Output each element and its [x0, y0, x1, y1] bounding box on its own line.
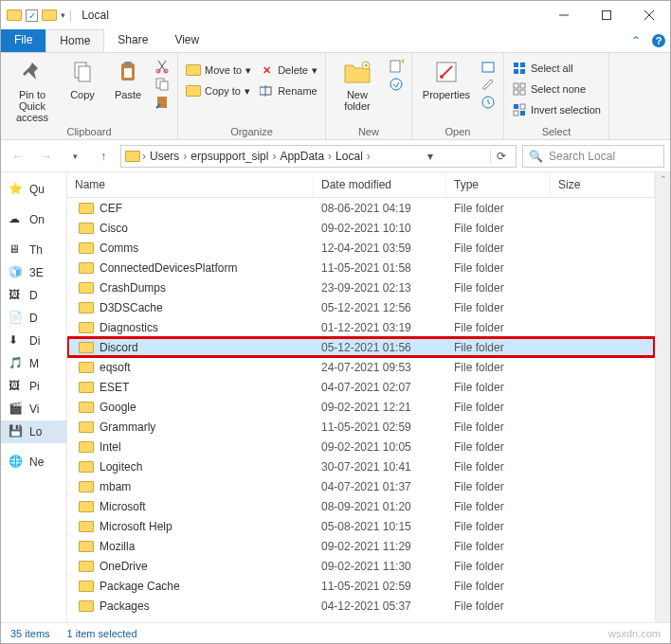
up-button[interactable]: ↑ [92, 145, 115, 168]
sidebar-item[interactable]: 🌐Ne [1, 451, 66, 474]
address-bar[interactable]: › Users› erpsupport_sipl› AppData› Local… [120, 145, 517, 168]
svg-point-12 [164, 69, 168, 73]
table-row[interactable]: Discord05-12-2021 01:56File folder [67, 337, 655, 357]
history-icon[interactable] [481, 95, 496, 110]
copy-button[interactable]: Copy [63, 57, 101, 100]
file-date: 11-05-2021 01:58 [314, 261, 446, 275]
ribbon-tabs: File Home Share View ⌃ ? [1, 29, 670, 53]
table-row[interactable]: mbam04-07-2021 01:37File folder [67, 476, 655, 496]
easy-access-icon[interactable] [389, 77, 404, 92]
select-all-button[interactable]: Select all [512, 61, 601, 76]
cut-icon[interactable] [154, 59, 170, 74]
collapse-ribbon-icon[interactable]: ⌃ [625, 29, 647, 52]
col-date[interactable]: Date modified [314, 172, 446, 197]
breadcrumb-item[interactable]: Local [334, 150, 365, 163]
qat-dropdown-icon[interactable]: ▾ [61, 10, 65, 20]
sidebar-item-label: 3E [29, 266, 44, 279]
sidebar-item[interactable]: ⭐Qu [1, 178, 66, 201]
col-name[interactable]: Name [67, 172, 314, 197]
minimize-button[interactable] [542, 1, 585, 29]
table-row[interactable]: CrashDumps23-09-2021 02:13File folder [67, 277, 655, 297]
refresh-button[interactable]: ⟳ [490, 150, 512, 163]
group-select-label: Select [542, 126, 571, 137]
tab-share[interactable]: Share [104, 29, 161, 52]
select-none-button[interactable]: Select none [512, 81, 601, 97]
folder-icon [79, 501, 94, 512]
sidebar-item[interactable]: 🧊3E [1, 261, 66, 284]
breadcrumb-item[interactable]: AppData [278, 150, 326, 163]
table-row[interactable]: Microsoft Help05-08-2021 10:15File folde… [67, 516, 655, 536]
rename-button[interactable]: Rename [259, 83, 317, 98]
table-row[interactable]: Package Cache11-05-2021 02:59File folder [67, 576, 655, 596]
tab-file[interactable]: File [1, 29, 45, 52]
table-row[interactable]: Logitech30-07-2021 10:41File folder [67, 456, 655, 476]
new-folder-button[interactable]: ✦ New folder [334, 57, 381, 112]
svg-rect-14 [160, 81, 168, 90]
tab-view[interactable]: View [161, 29, 212, 52]
table-row[interactable]: Intel09-02-2021 10:05File folder [67, 437, 655, 456]
scrollbar[interactable]: ⌃ [655, 172, 670, 622]
properties-button[interactable]: Properties [420, 57, 473, 100]
sidebar-item-label: Lo [29, 425, 42, 438]
qat-folder-icon[interactable] [42, 9, 57, 21]
qat-checkbox[interactable]: ✓ [26, 9, 38, 22]
recent-locations-button[interactable]: ▾ [63, 145, 86, 168]
search-input[interactable]: 🔍 Search Local [522, 145, 664, 168]
paste-button[interactable]: Paste [109, 57, 147, 100]
back-button[interactable]: ← [7, 145, 29, 168]
table-row[interactable]: Cisco09-02-2021 10:10File folder [67, 218, 655, 238]
new-item-icon[interactable]: ✦ [389, 59, 404, 74]
breadcrumb-item[interactable]: erpsupport_sipl [189, 150, 270, 163]
table-row[interactable]: Microsoft08-09-2021 01:20File folder [67, 496, 655, 516]
invert-selection-button[interactable]: Invert selection [512, 102, 601, 117]
edit-icon[interactable] [481, 77, 496, 92]
forward-button[interactable]: → [35, 145, 58, 168]
paste-shortcut-icon[interactable] [154, 95, 170, 110]
close-button[interactable] [627, 1, 670, 29]
col-size[interactable]: Size [551, 172, 655, 197]
sidebar-item[interactable]: 🎬Vi [1, 398, 66, 420]
table-row[interactable]: eqsoft24-07-2021 09:53File folder [67, 357, 655, 377]
table-row[interactable]: Grammarly11-05-2021 02:59File folder [67, 417, 655, 437]
copy-to-button[interactable]: Copy to ▾ [186, 83, 251, 98]
sidebar-item[interactable]: 🖼Pi [1, 375, 66, 398]
breadcrumb-item[interactable]: Users [148, 150, 181, 163]
column-headers[interactable]: Name Date modified Type Size [67, 172, 655, 198]
sidebar-item[interactable]: 🎵M [1, 352, 66, 375]
svg-point-22 [390, 79, 402, 90]
sidebar-item[interactable]: 🖥Th [1, 239, 66, 261]
sidebar-item[interactable]: 🖼D [1, 284, 66, 307]
table-row[interactable]: CEF08-06-2021 04:19File folder [67, 198, 655, 218]
copy-path-icon[interactable] [154, 77, 170, 92]
table-row[interactable]: ESET04-07-2021 02:07File folder [67, 377, 655, 397]
col-type[interactable]: Type [446, 172, 551, 197]
navigation-pane[interactable]: ⭐Qu☁On🖥Th🧊3E🖼D📄D⬇Di🎵M🖼Pi🎬Vi💾Lo🌐Ne [1, 172, 67, 622]
file-date: 05-08-2021 10:15 [314, 520, 446, 533]
file-list[interactable]: CEF08-06-2021 04:19File folderCisco09-02… [67, 198, 655, 622]
table-row[interactable]: Comms12-04-2021 03:59File folder [67, 238, 655, 258]
address-folder-icon [125, 151, 140, 162]
table-row[interactable]: ConnectedDevicesPlatform11-05-2021 01:58… [67, 258, 655, 277]
open-icon[interactable] [481, 59, 496, 74]
delete-button[interactable]: ✕Delete ▾ [259, 63, 317, 78]
table-row[interactable]: D3DSCache05-12-2021 12:56File folder [67, 297, 655, 317]
file-type: File folder [446, 420, 551, 434]
table-row[interactable]: Packages04-12-2021 05:37File folder [67, 596, 655, 616]
table-row[interactable]: OneDrive09-02-2021 11:30File folder [67, 556, 655, 576]
sidebar-item[interactable]: ⬇Di [1, 330, 66, 352]
tab-home[interactable]: Home [45, 29, 104, 52]
sidebar-item[interactable]: 📄D [1, 307, 66, 330]
file-type: File folder [446, 580, 551, 593]
pin-to-quick-access-button[interactable]: Pin to Quick access [9, 57, 56, 123]
sidebar-item[interactable]: 💾Lo [1, 420, 66, 443]
table-row[interactable]: Mozilla09-02-2021 11:29File folder [67, 536, 655, 556]
maximize-button[interactable] [585, 1, 627, 29]
table-row[interactable]: Diagnostics01-12-2021 03:19File folder [67, 317, 655, 337]
move-to-button[interactable]: Move to ▾ [186, 63, 251, 78]
help-button[interactable]: ? [647, 29, 670, 52]
table-row[interactable]: Google09-02-2021 12:21File folder [67, 397, 655, 417]
folder-icon [79, 581, 94, 592]
history-dropdown-icon[interactable]: ▾ [422, 150, 439, 163]
sidebar-item[interactable]: ☁On [1, 208, 66, 231]
sidebar-icon: ⭐ [9, 182, 24, 197]
